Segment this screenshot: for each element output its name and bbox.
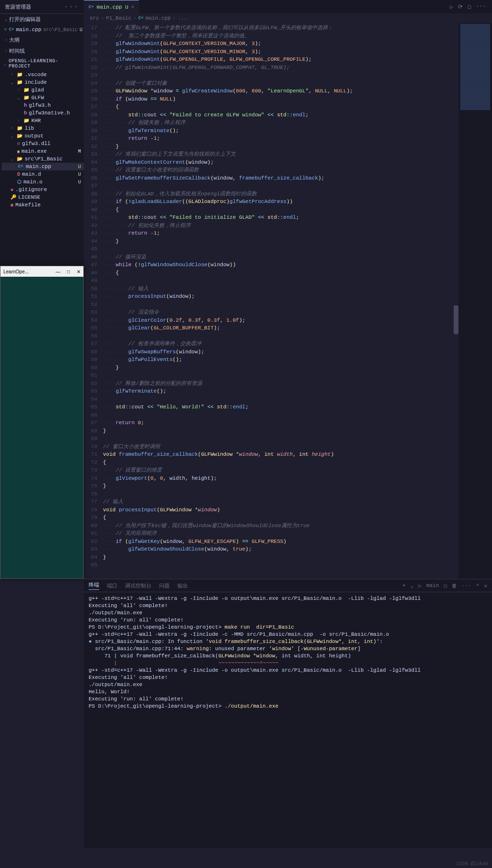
cpp-icon: C+: [138, 16, 144, 21]
chevron-down-icon: ⌄: [11, 134, 13, 139]
close-icon[interactable]: ✕: [77, 269, 80, 274]
folder-src[interactable]: ⌄📂src\P1_Basic: [2, 155, 84, 163]
maximize-icon[interactable]: □: [67, 269, 70, 274]
minimap[interactable]: [458, 23, 492, 579]
d-icon: D: [17, 172, 20, 177]
chevron-up-icon[interactable]: ^: [476, 583, 480, 588]
tab-debug-console[interactable]: 调试控制台: [125, 582, 151, 589]
terminal-tabs: 终端 端口 调试控制台 问题 输出 +⌄ ▷main ▢ 🗑 ··· ^ ✕: [84, 579, 492, 592]
file-mainexe[interactable]: ▣main.exeM: [2, 147, 84, 155]
file-makefile[interactable]: ◉Makefile: [2, 201, 84, 209]
shell-label[interactable]: main: [426, 583, 439, 588]
folder-icon: 📁: [17, 79, 23, 85]
scrollbar-vertical[interactable]: [454, 52, 458, 579]
window-title: LearnOpe...: [3, 269, 29, 274]
more-icon[interactable]: ···: [64, 3, 79, 11]
debug-icon[interactable]: ⟳: [458, 3, 463, 11]
project-root[interactable]: ⌄OPENGL-LEARNING-PROJECT: [0, 56, 84, 71]
folder-khr[interactable]: ›📁KHR: [2, 117, 84, 124]
watermark: CSDN @lukam: [457, 861, 488, 867]
chevron-right-icon: ›: [11, 126, 13, 131]
explorer-title: 资源管理器: [5, 3, 31, 11]
folder-output[interactable]: ⌄📂output: [2, 132, 84, 140]
folder-vscode[interactable]: ›📁.vscode: [2, 71, 84, 79]
file-tree: ›📁.vscode ⌄📁include ›📁glad ⌄📁GLFW hglfw3…: [0, 71, 84, 209]
tab-terminal[interactable]: 终端: [89, 581, 99, 590]
folder-icon: 📁: [17, 72, 23, 78]
line-gutter[interactable]: 17 18 19 20 21 22 23 24 25 26 27 28 29 3…: [84, 23, 103, 579]
terminal-output[interactable]: g++ -std=c++17 -Wall -Wextra -g -Iinclud…: [84, 592, 492, 848]
git-status: M: [78, 149, 81, 154]
git-status: U: [78, 172, 81, 177]
explorer-header: 资源管理器 ···: [0, 0, 84, 13]
chevron-right-icon: ›: [5, 49, 7, 54]
folder-icon: 📁: [17, 125, 23, 131]
file-glfw3h[interactable]: hglfw3.h: [2, 101, 84, 109]
header-icon: h: [24, 103, 27, 108]
tab-ports[interactable]: 端口: [107, 582, 117, 589]
split-icon[interactable]: ▢: [468, 3, 471, 11]
editor-area: C+ main.cpp U × ▷ ⟳ ▢ ··· src› P1_Basic›…: [84, 0, 492, 579]
tab-output[interactable]: 输出: [177, 582, 188, 589]
editor-actions: ▷ ⟳ ▢ ···: [450, 3, 492, 11]
cpp-icon: C+: [17, 164, 24, 169]
file-maincpp[interactable]: C+main.cppU: [2, 163, 84, 170]
opengl-window[interactable]: LearnOpe... — □ ✕: [0, 266, 84, 579]
git-icon: ◈: [11, 187, 13, 192]
open-editor-item[interactable]: × C+ main.cpp src\P1_Basic U: [0, 26, 84, 34]
close-icon[interactable]: ×: [131, 4, 135, 10]
minimize-icon[interactable]: —: [56, 269, 60, 274]
folder-include[interactable]: ⌄📁include: [2, 79, 84, 86]
trash-icon[interactable]: 🗑: [452, 583, 457, 589]
timeline-section[interactable]: ›时间线: [0, 45, 84, 56]
editor-file-path: src\P1_Basic: [43, 27, 78, 33]
split-terminal-icon[interactable]: ▢: [444, 583, 447, 589]
new-terminal-icon[interactable]: +: [402, 583, 406, 588]
chevron-down-icon: ⌄: [11, 80, 13, 85]
folder-lib[interactable]: ›📁lib: [2, 124, 84, 132]
folder-glfw[interactable]: ⌄📁GLFW: [2, 94, 84, 101]
chevron-down-icon[interactable]: ⌄: [411, 583, 414, 589]
git-status: U: [78, 180, 81, 185]
breadcrumb[interactable]: src› P1_Basic› C+ main.cpp› ...: [84, 13, 492, 23]
tab-bar: C+ main.cpp U × ▷ ⟳ ▢ ···: [84, 0, 492, 13]
folder-icon: 📁: [23, 118, 29, 124]
gear-icon: ⚙: [17, 141, 20, 147]
window-titlebar[interactable]: LearnOpe... — □ ✕: [0, 266, 83, 277]
cpp-icon: C+: [9, 27, 14, 32]
file-maino[interactable]: ⬡main.oU: [2, 178, 84, 186]
scroll-thumb[interactable]: [454, 305, 458, 334]
open-editors-section[interactable]: ⌄ 打开的编辑器: [0, 14, 84, 25]
editor-file-name: main.cpp: [16, 27, 41, 33]
exe-icon: ▣: [17, 149, 20, 154]
shell-icon[interactable]: ▷: [418, 583, 422, 589]
file-license[interactable]: 🔑LICENSE: [2, 193, 84, 201]
folder-open-icon: 📂: [17, 156, 23, 162]
o-icon: ⬡: [17, 179, 22, 185]
file-gitignore[interactable]: ◈.gitignore: [2, 186, 84, 193]
tab-maincpp[interactable]: C+ main.cpp U ×: [84, 0, 139, 13]
chevron-right-icon: ›: [11, 72, 13, 77]
file-glfw3native[interactable]: hglfw3native.h: [2, 109, 84, 117]
close-panel-icon[interactable]: ✕: [484, 583, 487, 589]
file-maind[interactable]: Dmain.dU: [2, 170, 84, 178]
more-icon[interactable]: ···: [462, 583, 471, 588]
close-icon[interactable]: ×: [4, 27, 7, 33]
chevron-down-icon: ⌄: [4, 61, 7, 67]
header-icon: h: [24, 111, 27, 116]
file-glfw3dll[interactable]: ⚙glfw3.dll: [2, 140, 84, 147]
more-icon[interactable]: ···: [476, 3, 486, 11]
outline-section[interactable]: ›大纲: [0, 34, 84, 45]
code-editor[interactable]: ····// 配置GLFW。第一个参数代表选项的名称，我们可以从很多以GLFW_…: [103, 23, 458, 579]
git-status: U: [78, 164, 81, 169]
terminal-panel: 终端 端口 调试控制台 问题 输出 +⌄ ▷main ▢ 🗑 ··· ^ ✕ g…: [84, 579, 492, 848]
git-status: U: [80, 27, 82, 33]
makefile-icon: ◉: [11, 202, 13, 208]
chevron-right-icon: ›: [5, 38, 7, 43]
run-icon[interactable]: ▷: [450, 3, 453, 11]
tab-problems[interactable]: 问题: [159, 582, 170, 589]
folder-glad[interactable]: ›📁glad: [2, 86, 84, 94]
folder-icon: 📁: [23, 87, 29, 93]
chevron-down-icon: ⌄: [11, 157, 13, 162]
chevron-right-icon: ›: [17, 118, 20, 123]
